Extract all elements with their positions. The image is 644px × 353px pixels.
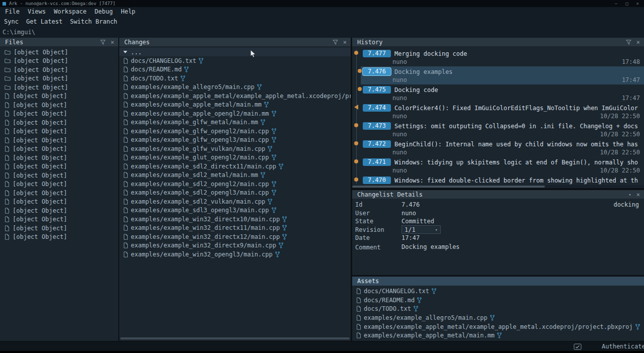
history-entry[interactable]: 7.474 ColorPicker4(): Fixed ImGuiColorEd…	[352, 103, 644, 121]
root-label: ...	[131, 49, 142, 56]
file-list-item[interactable]: docs/CHANGELOG.txt	[119, 56, 351, 65]
file-icon	[123, 199, 128, 205]
file-tree-item[interactable]: [object Object]	[0, 74, 118, 83]
file-list-item[interactable]: examples/example_sdl2_directx11/main.cpp	[119, 162, 351, 171]
history-entry[interactable]: 7.475 Docking code nuno 17:47	[352, 84, 644, 103]
fork-icon	[272, 137, 276, 143]
app-window: Ark - nuno@ark-vcs.com:Omega:dev [7477] …	[0, 0, 644, 353]
menu-item[interactable]: Help	[121, 8, 135, 15]
chevron-down-icon[interactable]: ▾	[628, 192, 631, 197]
file-list-item[interactable]: examples/example_apple_metal/main.mm	[119, 101, 351, 110]
file-name: [object Object]	[13, 154, 67, 161]
history-entry[interactable]: 7.476 Docking examples nuno 17:47	[352, 66, 644, 84]
close-panel-icon[interactable]: ×	[111, 39, 114, 45]
history-entry[interactable]: 7.470 Windows: fixed double-clicked bord…	[352, 175, 644, 185]
filter-icon[interactable]	[626, 40, 631, 45]
menu-item[interactable]: Views	[28, 8, 46, 15]
file-list-item[interactable]: docs/TODO.txt	[119, 74, 351, 83]
file-list-item[interactable]: examples/example_sdl2_opengl3/main.cpp	[119, 189, 351, 198]
status-bar: Authenticated	[0, 342, 644, 351]
changes-root-row[interactable]: ...	[119, 48, 351, 56]
file-tree-item[interactable]: [object Object]	[0, 118, 118, 127]
fork-icon	[199, 58, 203, 64]
filter-icon[interactable]	[100, 40, 106, 45]
history-entry[interactable]: 7.473 Settings: omit outputing Collapsed…	[352, 121, 644, 139]
fork-icon	[272, 181, 276, 187]
file-list-item[interactable]: examples/example_sdl3_opengl3/main.cpp	[119, 206, 351, 215]
file-list-item[interactable]: examples/example_glfw_metal/main.mm	[119, 118, 351, 127]
file-path: examples/example_apple_metal/main.mm	[364, 332, 495, 339]
file-icon	[356, 288, 361, 294]
file-list-item[interactable]: examples/example_win32_directx10/main.cp…	[119, 215, 351, 224]
file-tree-item[interactable]: [object Object]	[0, 198, 118, 207]
file-tree-item[interactable]: [object Object]	[0, 127, 118, 136]
file-tree-item[interactable]: [object Object]	[0, 110, 118, 119]
file-tree-item[interactable]: [object Object]	[0, 215, 118, 224]
file-tree-item[interactable]: [object Object]	[0, 153, 118, 162]
horizontal-scrollbar[interactable]	[120, 337, 350, 339]
file-path: examples/example_glut_opengl2/main.cpp	[131, 154, 269, 161]
file-tree-item[interactable]: [object Object]	[0, 136, 118, 145]
file-list-item[interactable]: examples/example_apple_metal/main.mm	[352, 331, 644, 340]
changelist-details-panel: Changelist Details ▾ × Id 7.476▾ docking…	[352, 190, 644, 275]
file-list-item[interactable]: docs/TODO.txt	[352, 304, 644, 313]
field-value: nuno▾	[401, 210, 416, 217]
file-list-item[interactable]: examples/example_apple_metal/example_app…	[352, 322, 644, 331]
assets-header[interactable]: Assets	[352, 277, 644, 286]
file-list-item[interactable]: examples/example_glfw_opengl2/main.cpp	[119, 127, 351, 136]
file-tree-item[interactable]: [object Object]	[0, 206, 118, 215]
file-list-item[interactable]: examples/example_allegro5/main.cpp	[352, 313, 644, 322]
history-entry[interactable]: 7.471 Windows: tidying up skipitems logi…	[352, 157, 644, 175]
window-chrome: File Views Workspace Debug Help Sync Get…	[0, 7, 644, 38]
file-list-item[interactable]: examples/example_apple_metal/example_app…	[119, 92, 351, 101]
file-list-item[interactable]: examples/example_glut_opengl2/main.cpp	[119, 153, 351, 162]
history-entry[interactable]: 7.477 Merging docking code nuno 17:48	[352, 48, 644, 66]
file-list-item[interactable]: examples/example_allegro5/main.cpp	[119, 83, 351, 92]
close-panel-icon[interactable]: ×	[636, 39, 640, 45]
file-tree-item[interactable]: [object Object]	[0, 224, 118, 233]
toolbar-button[interactable]: Get Latest	[26, 18, 62, 25]
toolbar-button[interactable]: Sync	[4, 18, 19, 25]
file-tree-item[interactable]: [object Object]	[0, 92, 118, 101]
file-list-item[interactable]: examples/example_glfw_opengl3/main.cpp	[119, 136, 351, 145]
file-tree-item[interactable]: [object Object]	[0, 145, 118, 154]
toolbar-button[interactable]: Switch Branch	[70, 18, 117, 25]
menu-item[interactable]: Debug	[95, 8, 113, 15]
files-panel: Files × [object Object] [object Object]	[0, 38, 118, 341]
file-tree-item[interactable]: [object Object]	[0, 83, 118, 92]
file-list-item[interactable]: docs/README.md	[352, 296, 644, 305]
file-list-item[interactable]: examples/example_apple_opengl2/main.mm	[119, 109, 351, 118]
file-tree-item[interactable]: [object Object]	[0, 189, 118, 198]
file-tree-item[interactable]: [object Object]	[0, 57, 118, 66]
menu-item[interactable]: File	[5, 8, 20, 15]
file-tree-item[interactable]: [object Object]	[0, 48, 118, 57]
file-list-item[interactable]: examples/example_glfw_vulkan/main.cpp	[119, 144, 351, 153]
file-list-item[interactable]: examples/example_win32_opengl3/main.cpp	[119, 250, 351, 259]
file-tree-item[interactable]: [object Object]	[0, 180, 118, 189]
close-panel-icon[interactable]: ×	[343, 39, 347, 45]
close-panel-icon[interactable]: ×	[636, 192, 640, 198]
file-list-item[interactable]: examples/example_sdl2_opengl2/main.cpp	[119, 180, 351, 189]
commit-graph	[352, 48, 361, 66]
file-tree-item[interactable]: [object Object]	[0, 233, 118, 242]
file-list-item[interactable]: examples/example_win32_directx11/main.cp…	[119, 224, 351, 233]
file-list-item[interactable]: docs/README.md	[119, 65, 351, 74]
file-list-item[interactable]: examples/example_sdl2_metal/main.mm	[119, 171, 351, 180]
close-button[interactable]: ×	[636, 0, 639, 7]
file-list-item[interactable]: examples/example_win32_directx12/main.cp…	[119, 232, 351, 241]
authenticated-icon	[574, 343, 582, 351]
horizontal-scrollbar[interactable]	[352, 185, 644, 188]
file-tree-item[interactable]: [object Object]	[0, 101, 118, 110]
file-tree-item[interactable]: [object Object]	[0, 65, 118, 74]
maximize-button[interactable]: □	[625, 0, 628, 7]
file-tree-item[interactable]: [object Object]	[0, 162, 118, 171]
minimize-button[interactable]: —	[615, 0, 617, 7]
file-list-item[interactable]: docs/CHANGELOG.txt	[352, 287, 644, 296]
filter-icon[interactable]	[333, 40, 338, 45]
file-list-item[interactable]: examples/example_sdl2_vulkan/main.cpp	[119, 197, 351, 206]
file-tree-item[interactable]: [object Object]	[0, 171, 118, 180]
menu-item[interactable]: Workspace	[54, 8, 87, 15]
scrollbar-thumb[interactable]	[352, 186, 545, 188]
history-entry[interactable]: 7.472 BeginChild(): Internal name used b…	[352, 139, 644, 157]
file-list-item[interactable]: examples/example_win32_directx9/main.cpp	[119, 241, 351, 250]
